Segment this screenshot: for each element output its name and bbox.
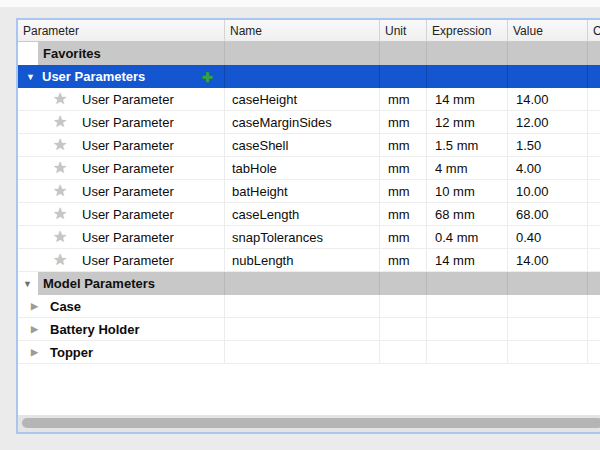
unit-cell[interactable]: mm xyxy=(380,203,427,225)
favorite-star-icon[interactable]: ★ xyxy=(53,91,67,107)
column-header-value[interactable]: Value xyxy=(508,20,588,41)
disclosure-open-icon[interactable]: ▼ xyxy=(26,72,35,82)
user-parameter-row[interactable]: ★ User Parameter snapTolerances mm 0.4 m… xyxy=(18,226,600,249)
unit-cell[interactable]: mm xyxy=(380,111,427,133)
value-cell: 4.00 xyxy=(508,157,588,179)
name-cell[interactable]: snapTolerances xyxy=(225,226,380,248)
tree-indent-cell xyxy=(18,42,38,65)
name-cell[interactable]: caseHeight xyxy=(225,88,380,110)
model-parameters-section-row[interactable]: ▼ Model Parameters xyxy=(18,272,600,295)
add-user-parameter-button[interactable]: ✚ xyxy=(202,69,213,84)
group-label: Battery Holder xyxy=(50,322,140,337)
value-cell: 10.00 xyxy=(508,180,588,202)
disclosure-closed-icon[interactable]: ▶ xyxy=(31,301,38,311)
parameters-table: Parameter Name Unit Expression Value C F… xyxy=(16,18,600,434)
favorite-star-icon[interactable]: ★ xyxy=(53,206,67,222)
model-parameters-label: Model Parameters xyxy=(43,276,155,291)
favorite-star-icon[interactable]: ★ xyxy=(53,160,67,176)
comment-cell[interactable] xyxy=(588,226,600,248)
unit-cell[interactable]: mm xyxy=(380,249,427,271)
user-parameter-row[interactable]: ★ User Parameter batHeight mm 10 mm 10.0… xyxy=(18,180,600,203)
name-cell[interactable]: nubLength xyxy=(225,249,380,271)
expression-cell[interactable]: 68 mm xyxy=(427,203,508,225)
favorites-label: Favorites xyxy=(43,46,101,61)
name-cell[interactable]: batHeight xyxy=(225,180,380,202)
value-cell: 14.00 xyxy=(508,249,588,271)
value-cell: 1.50 xyxy=(508,134,588,156)
model-group-row-topper[interactable]: ▶ Topper xyxy=(18,341,600,364)
parameter-type-label: User Parameter xyxy=(82,161,174,176)
comment-cell[interactable] xyxy=(588,88,600,110)
parameter-type-label: User Parameter xyxy=(82,207,174,222)
parameters-dialog-canvas: { "header": { "columns": ["Parameter", "… xyxy=(0,0,600,450)
expression-cell[interactable]: 4 mm xyxy=(427,157,508,179)
expression-cell[interactable]: 12 mm xyxy=(427,111,508,133)
user-parameter-row[interactable]: ★ User Parameter nubLength mm 14 mm 14.0… xyxy=(18,249,600,272)
comment-cell[interactable] xyxy=(588,157,600,179)
user-parameter-row[interactable]: ★ User Parameter caseLength mm 68 mm 68.… xyxy=(18,203,600,226)
unit-cell[interactable]: mm xyxy=(380,134,427,156)
comment-cell[interactable] xyxy=(588,180,600,202)
parameter-type-label: User Parameter xyxy=(82,230,174,245)
column-header-expression[interactable]: Expression xyxy=(427,20,508,41)
expression-cell[interactable]: 0.4 mm xyxy=(427,226,508,248)
parameter-type-label: User Parameter xyxy=(82,253,174,268)
table-header-row: Parameter Name Unit Expression Value C xyxy=(18,20,600,42)
favorite-star-icon[interactable]: ★ xyxy=(53,114,67,130)
expression-cell[interactable]: 10 mm xyxy=(427,180,508,202)
value-cell: 68.00 xyxy=(508,203,588,225)
comment-cell[interactable] xyxy=(588,111,600,133)
column-header-comments[interactable]: C xyxy=(588,20,600,41)
name-cell[interactable]: caseLength xyxy=(225,203,380,225)
favorite-star-icon[interactable]: ★ xyxy=(53,137,67,153)
favorite-star-icon[interactable]: ★ xyxy=(53,252,67,268)
name-cell[interactable]: caseMarginSides xyxy=(225,111,380,133)
user-parameter-row[interactable]: ★ User Parameter caseMarginSides mm 12 m… xyxy=(18,111,600,134)
name-cell[interactable]: tabHole xyxy=(225,157,380,179)
column-header-name[interactable]: Name xyxy=(225,20,380,41)
value-cell: 0.40 xyxy=(508,226,588,248)
comment-cell[interactable] xyxy=(588,203,600,225)
parameter-type-label: User Parameter xyxy=(82,138,174,153)
unit-cell[interactable]: mm xyxy=(380,226,427,248)
disclosure-closed-icon[interactable]: ▶ xyxy=(31,347,38,357)
value-cell: 14.00 xyxy=(508,88,588,110)
user-parameter-row[interactable]: ★ User Parameter caseHeight mm 14 mm 14.… xyxy=(18,88,600,111)
user-parameters-section-row[interactable]: ▼ User Parameters ✚ xyxy=(18,65,600,88)
group-label: Topper xyxy=(50,345,93,360)
expression-cell[interactable]: 14 mm xyxy=(427,249,508,271)
value-cell: 12.00 xyxy=(508,111,588,133)
group-label: Case xyxy=(50,299,81,314)
favorites-section-row[interactable]: Favorites xyxy=(18,42,600,65)
favorite-star-icon[interactable]: ★ xyxy=(53,183,67,199)
horizontal-scrollbar-track[interactable] xyxy=(18,415,600,432)
favorite-star-icon[interactable]: ★ xyxy=(53,229,67,245)
comment-cell[interactable] xyxy=(588,134,600,156)
unit-cell[interactable]: mm xyxy=(380,180,427,202)
window-top-strip xyxy=(0,0,600,7)
parameter-type-label: User Parameter xyxy=(82,92,174,107)
disclosure-open-icon[interactable]: ▼ xyxy=(23,279,32,289)
user-parameter-row[interactable]: ★ User Parameter tabHole mm 4 mm 4.00 xyxy=(18,157,600,180)
unit-cell[interactable]: mm xyxy=(380,88,427,110)
model-group-row-case[interactable]: ▶ Case xyxy=(18,295,600,318)
user-parameters-label: User Parameters xyxy=(42,69,145,84)
unit-cell[interactable]: mm xyxy=(380,157,427,179)
parameter-type-label: User Parameter xyxy=(82,115,174,130)
model-group-row-battery-holder[interactable]: ▶ Battery Holder xyxy=(18,318,600,341)
disclosure-closed-icon[interactable]: ▶ xyxy=(31,324,38,334)
expression-cell[interactable]: 1.5 mm xyxy=(427,134,508,156)
parameter-type-label: User Parameter xyxy=(82,184,174,199)
horizontal-scrollbar-thumb[interactable] xyxy=(22,418,600,428)
column-header-unit[interactable]: Unit xyxy=(380,20,427,41)
column-header-parameter[interactable]: Parameter xyxy=(18,20,225,41)
comment-cell[interactable] xyxy=(588,249,600,271)
name-cell[interactable]: caseShell xyxy=(225,134,380,156)
expression-cell[interactable]: 14 mm xyxy=(427,88,508,110)
user-parameter-row[interactable]: ★ User Parameter caseShell mm 1.5 mm 1.5… xyxy=(18,134,600,157)
